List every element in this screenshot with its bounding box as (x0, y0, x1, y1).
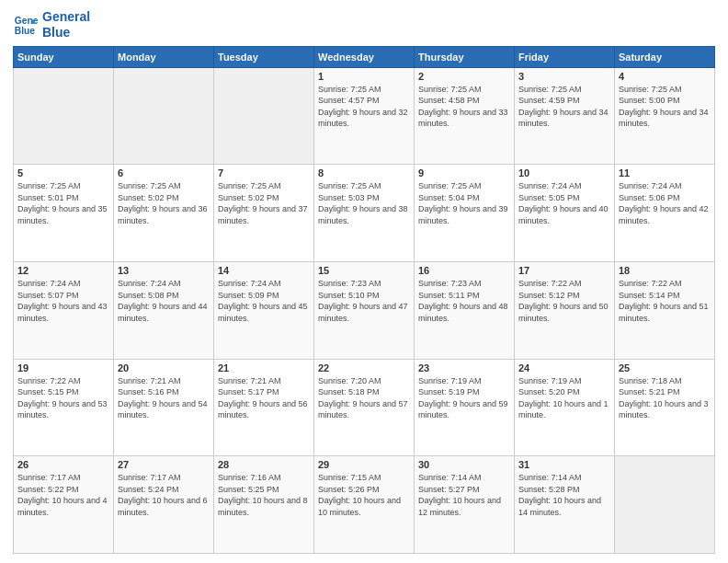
calendar-cell: 2Sunrise: 7:25 AMSunset: 4:58 PMDaylight… (415, 67, 515, 165)
day-number: 17 (518, 265, 610, 276)
day-number: 30 (418, 459, 510, 470)
day-number: 13 (118, 265, 210, 276)
day-number: 11 (619, 167, 711, 178)
col-header-tuesday: Tuesday (214, 46, 314, 67)
day-number: 4 (619, 71, 711, 82)
day-info: Sunrise: 7:25 AMSunset: 5:02 PMDaylight:… (218, 180, 310, 226)
logo-text: General Blue (42, 9, 90, 40)
day-info: Sunrise: 7:25 AMSunset: 4:58 PMDaylight:… (418, 84, 510, 130)
day-number: 27 (118, 459, 210, 470)
calendar-cell: 18Sunrise: 7:22 AMSunset: 5:14 PMDayligh… (615, 261, 715, 359)
day-number: 26 (17, 459, 109, 470)
day-number: 1 (318, 71, 410, 82)
day-info: Sunrise: 7:25 AMSunset: 5:01 PMDaylight:… (17, 180, 109, 226)
day-number: 25 (619, 362, 711, 373)
day-info: Sunrise: 7:24 AMSunset: 5:08 PMDaylight:… (118, 278, 210, 324)
day-number: 2 (418, 71, 510, 82)
day-info: Sunrise: 7:22 AMSunset: 5:15 PMDaylight:… (17, 375, 109, 421)
calendar-cell: 21Sunrise: 7:21 AMSunset: 5:17 PMDayligh… (214, 359, 314, 456)
svg-text:General: General (15, 16, 39, 26)
calendar-cell: 13Sunrise: 7:24 AMSunset: 5:08 PMDayligh… (114, 261, 214, 359)
day-number: 12 (17, 265, 109, 276)
svg-text:Blue: Blue (15, 26, 36, 36)
calendar-cell (14, 67, 114, 165)
calendar-week-row: 26Sunrise: 7:17 AMSunset: 5:22 PMDayligh… (14, 456, 715, 554)
calendar-cell (615, 456, 715, 554)
day-info: Sunrise: 7:16 AMSunset: 5:25 PMDaylight:… (218, 472, 310, 518)
day-info: Sunrise: 7:14 AMSunset: 5:28 PMDaylight:… (518, 472, 610, 518)
day-info: Sunrise: 7:24 AMSunset: 5:09 PMDaylight:… (218, 278, 310, 324)
calendar-cell: 7Sunrise: 7:25 AMSunset: 5:02 PMDaylight… (214, 165, 314, 262)
day-info: Sunrise: 7:18 AMSunset: 5:21 PMDaylight:… (619, 375, 711, 421)
page: General Blue General Blue SundayMondayTu… (0, 0, 728, 563)
calendar-cell: 4Sunrise: 7:25 AMSunset: 5:00 PMDaylight… (615, 67, 715, 165)
calendar-cell: 30Sunrise: 7:14 AMSunset: 5:27 PMDayligh… (415, 456, 515, 554)
calendar-cell: 6Sunrise: 7:25 AMSunset: 5:02 PMDaylight… (114, 165, 214, 262)
day-number: 3 (518, 71, 610, 82)
calendar-cell: 3Sunrise: 7:25 AMSunset: 4:59 PMDaylight… (515, 67, 615, 165)
calendar-cell: 20Sunrise: 7:21 AMSunset: 5:16 PMDayligh… (114, 359, 214, 456)
calendar-cell: 5Sunrise: 7:25 AMSunset: 5:01 PMDaylight… (14, 165, 114, 262)
day-number: 9 (418, 167, 510, 178)
col-header-saturday: Saturday (615, 46, 715, 67)
calendar-cell: 10Sunrise: 7:24 AMSunset: 5:05 PMDayligh… (515, 165, 615, 262)
calendar-cell: 14Sunrise: 7:24 AMSunset: 5:09 PMDayligh… (214, 261, 314, 359)
calendar-cell: 8Sunrise: 7:25 AMSunset: 5:03 PMDaylight… (314, 165, 415, 262)
calendar-cell: 16Sunrise: 7:23 AMSunset: 5:11 PMDayligh… (415, 261, 515, 359)
calendar-cell: 9Sunrise: 7:25 AMSunset: 5:04 PMDaylight… (415, 165, 515, 262)
calendar-cell: 1Sunrise: 7:25 AMSunset: 4:57 PMDaylight… (314, 67, 415, 165)
calendar-table: SundayMondayTuesdayWednesdayThursdayFrid… (13, 46, 715, 554)
day-number: 16 (418, 265, 510, 276)
calendar-cell: 28Sunrise: 7:16 AMSunset: 5:25 PMDayligh… (214, 456, 314, 554)
day-info: Sunrise: 7:21 AMSunset: 5:16 PMDaylight:… (118, 375, 210, 421)
day-info: Sunrise: 7:15 AMSunset: 5:26 PMDaylight:… (318, 472, 410, 518)
day-number: 14 (218, 265, 310, 276)
day-number: 8 (318, 167, 410, 178)
day-info: Sunrise: 7:17 AMSunset: 5:22 PMDaylight:… (17, 472, 109, 518)
day-info: Sunrise: 7:25 AMSunset: 5:00 PMDaylight:… (619, 84, 711, 130)
day-number: 28 (218, 459, 310, 470)
calendar-week-row: 5Sunrise: 7:25 AMSunset: 5:01 PMDaylight… (14, 165, 715, 262)
day-info: Sunrise: 7:14 AMSunset: 5:27 PMDaylight:… (418, 472, 510, 518)
calendar-cell: 19Sunrise: 7:22 AMSunset: 5:15 PMDayligh… (14, 359, 114, 456)
calendar-week-row: 12Sunrise: 7:24 AMSunset: 5:07 PMDayligh… (14, 261, 715, 359)
day-info: Sunrise: 7:25 AMSunset: 5:03 PMDaylight:… (318, 180, 410, 226)
day-number: 5 (17, 167, 109, 178)
calendar-cell: 25Sunrise: 7:18 AMSunset: 5:21 PMDayligh… (615, 359, 715, 456)
day-info: Sunrise: 7:25 AMSunset: 5:04 PMDaylight:… (418, 180, 510, 226)
day-info: Sunrise: 7:23 AMSunset: 5:10 PMDaylight:… (318, 278, 410, 324)
day-number: 29 (318, 459, 410, 470)
header: General Blue General Blue (13, 9, 715, 40)
day-number: 18 (619, 265, 711, 276)
day-number: 6 (118, 167, 210, 178)
day-number: 22 (318, 362, 410, 373)
day-info: Sunrise: 7:24 AMSunset: 5:06 PMDaylight:… (619, 180, 711, 226)
logo-icon: General Blue (13, 12, 39, 38)
calendar-cell: 27Sunrise: 7:17 AMSunset: 5:24 PMDayligh… (114, 456, 214, 554)
day-info: Sunrise: 7:17 AMSunset: 5:24 PMDaylight:… (118, 472, 210, 518)
calendar-week-row: 19Sunrise: 7:22 AMSunset: 5:15 PMDayligh… (14, 359, 715, 456)
col-header-wednesday: Wednesday (314, 46, 415, 67)
day-number: 7 (218, 167, 310, 178)
day-info: Sunrise: 7:25 AMSunset: 4:59 PMDaylight:… (518, 84, 610, 130)
day-info: Sunrise: 7:22 AMSunset: 5:14 PMDaylight:… (619, 278, 711, 324)
day-number: 20 (118, 362, 210, 373)
day-info: Sunrise: 7:21 AMSunset: 5:17 PMDaylight:… (218, 375, 310, 421)
day-number: 10 (518, 167, 610, 178)
calendar-cell: 31Sunrise: 7:14 AMSunset: 5:28 PMDayligh… (515, 456, 615, 554)
day-number: 31 (518, 459, 610, 470)
day-number: 15 (318, 265, 410, 276)
calendar-cell: 11Sunrise: 7:24 AMSunset: 5:06 PMDayligh… (615, 165, 715, 262)
col-header-friday: Friday (515, 46, 615, 67)
day-info: Sunrise: 7:19 AMSunset: 5:19 PMDaylight:… (418, 375, 510, 421)
col-header-sunday: Sunday (14, 46, 114, 67)
calendar-week-row: 1Sunrise: 7:25 AMSunset: 4:57 PMDaylight… (14, 67, 715, 165)
day-info: Sunrise: 7:25 AMSunset: 4:57 PMDaylight:… (318, 84, 410, 130)
calendar-cell: 12Sunrise: 7:24 AMSunset: 5:07 PMDayligh… (14, 261, 114, 359)
day-number: 24 (518, 362, 610, 373)
calendar-cell: 24Sunrise: 7:19 AMSunset: 5:20 PMDayligh… (515, 359, 615, 456)
logo: General Blue General Blue (13, 9, 90, 40)
calendar-cell: 22Sunrise: 7:20 AMSunset: 5:18 PMDayligh… (314, 359, 415, 456)
day-info: Sunrise: 7:19 AMSunset: 5:20 PMDaylight:… (518, 375, 610, 421)
day-number: 19 (17, 362, 109, 373)
